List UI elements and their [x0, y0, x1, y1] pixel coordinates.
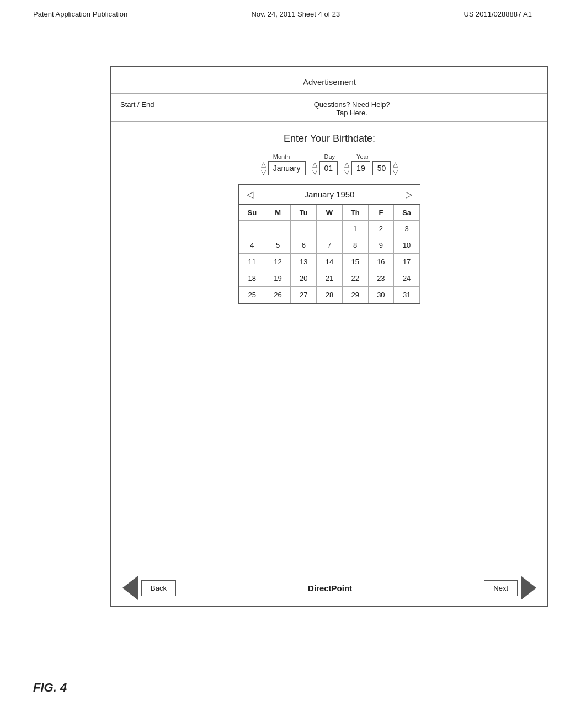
calendar-empty-cell [317, 221, 343, 237]
calendar-day-header: Th [342, 205, 368, 221]
calendar-day-cell[interactable]: 8 [342, 237, 368, 254]
calendar-week-row: 11121314151617 [239, 254, 420, 270]
calendar-day-cell[interactable]: 11 [239, 254, 265, 270]
calendar-day-cell[interactable]: 4 [239, 237, 265, 254]
advertisement-label: Advertisement [303, 77, 356, 87]
calendar-day-cell[interactable]: 28 [317, 287, 343, 303]
calendar-day-cell[interactable]: 19 [265, 270, 291, 287]
calendar-day-cell[interactable]: 24 [394, 270, 420, 287]
calendar-day-cell[interactable]: 26 [265, 287, 291, 303]
calendar-day-cell[interactable]: 13 [291, 254, 317, 270]
calendar-day-cell[interactable]: 17 [394, 254, 420, 270]
year-down-button[interactable]: ▽ [344, 169, 349, 175]
calendar-week-row: 123 [239, 221, 420, 237]
next-arrow-right [521, 576, 536, 600]
calendar-day-cell[interactable]: 21 [317, 270, 343, 287]
day-spinner-inner: △ ▽ 01 [312, 161, 338, 175]
month-spinner-inner: △ ▽ January [261, 161, 306, 175]
calendar-day-header: W [317, 205, 343, 221]
calendar-week-row: 18192021222324 [239, 270, 420, 287]
patent-frame: Advertisement Start / End Questions? Nee… [110, 66, 548, 607]
calendar-prev-button[interactable]: ◁ [247, 189, 253, 200]
year-up-button[interactable]: △ [344, 161, 349, 168]
year-arrows2: △ ▽ [393, 161, 398, 175]
back-button[interactable]: Back [122, 576, 176, 600]
calendar-day-cell[interactable]: 7 [317, 237, 343, 254]
day-arrows: △ ▽ [312, 161, 317, 175]
year-spinner-group: Year △ ▽ 19 50 △ ▽ [344, 153, 398, 175]
next-label: Next [484, 580, 518, 596]
help-text-line1: Questions? Need Help? [165, 100, 539, 109]
calendar-day-cell[interactable]: 20 [291, 270, 317, 287]
calendar-day-cell[interactable]: 29 [342, 287, 368, 303]
calendar-month-title: January 1950 [305, 190, 355, 199]
calendar-day-cell[interactable]: 5 [265, 237, 291, 254]
calendar-day-cell[interactable]: 3 [394, 221, 420, 237]
month-arrows: △ ▽ [261, 161, 266, 175]
birthdate-section: Enter Your Birthdate: Month △ ▽ January … [111, 122, 547, 309]
start-end-row: Start / End Questions? Need Help? Tap He… [111, 94, 547, 122]
calendar-header-row: SuMTuWThFSa [239, 205, 420, 221]
year-up-button2[interactable]: △ [393, 161, 398, 168]
calendar-day-cell[interactable]: 25 [239, 287, 265, 303]
calendar-day-cell[interactable]: 14 [317, 254, 343, 270]
day-down-button[interactable]: ▽ [312, 169, 317, 175]
header-left: Patent Application Publication [33, 10, 127, 18]
calendar-day-cell[interactable]: 6 [291, 237, 317, 254]
month-up-button[interactable]: △ [261, 161, 266, 168]
calendar-day-header: Su [239, 205, 265, 221]
calendar-week-row: 45678910 [239, 237, 420, 254]
calendar-header: ◁ January 1950 ▷ [239, 185, 420, 205]
page-header: Patent Application Publication Nov. 24, … [33, 10, 532, 18]
spinners-row: Month △ ▽ January Day △ ▽ 01 [261, 153, 398, 175]
year-value2: 50 [372, 161, 391, 175]
start-end-label: Start / End [120, 100, 154, 109]
calendar-day-cell[interactable]: 30 [368, 287, 394, 303]
next-button[interactable]: Next [484, 576, 536, 600]
day-spinner-group: Day △ ▽ 01 [312, 153, 338, 175]
calendar-week-row: 25262728293031 [239, 287, 420, 303]
help-text[interactable]: Questions? Need Help? Tap Here. [165, 100, 539, 117]
calendar-day-cell[interactable]: 23 [368, 270, 394, 287]
back-label: Back [141, 580, 176, 596]
month-down-button[interactable]: ▽ [261, 169, 266, 175]
header-right: US 2011/0288887 A1 [463, 10, 532, 18]
year-label: Year [356, 153, 369, 160]
header-center: Nov. 24, 2011 Sheet 4 of 23 [251, 10, 340, 18]
calendar-day-cell[interactable]: 15 [342, 254, 368, 270]
help-text-line2: Tap Here. [165, 109, 539, 117]
calendar-day-cell[interactable]: 18 [239, 270, 265, 287]
advertisement-bar: Advertisement [111, 67, 547, 94]
calendar-empty-cell [239, 221, 265, 237]
calendar-day-cell[interactable]: 9 [368, 237, 394, 254]
back-arrow-left [122, 576, 138, 600]
day-label: Day [324, 153, 335, 160]
year-value1: 19 [351, 161, 370, 175]
calendar-next-button[interactable]: ▷ [406, 189, 412, 200]
month-label: Month [273, 153, 290, 160]
calendar-day-header: Tu [291, 205, 317, 221]
calendar-day-cell[interactable]: 16 [368, 254, 394, 270]
calendar-day-header: M [265, 205, 291, 221]
directpoint-label: DirectPoint [308, 584, 352, 593]
calendar-day-cell[interactable]: 27 [291, 287, 317, 303]
calendar-empty-cell [265, 221, 291, 237]
birthdate-title: Enter Your Birthdate: [284, 133, 375, 144]
calendar-day-cell[interactable]: 1 [342, 221, 368, 237]
figure-caption: FIG. 4 [33, 681, 67, 695]
calendar-container: ◁ January 1950 ▷ SuMTuWThFSa 12345678910… [238, 184, 420, 304]
calendar-day-header: Sa [394, 205, 420, 221]
day-up-button[interactable]: △ [312, 161, 317, 168]
calendar-day-cell[interactable]: 12 [265, 254, 291, 270]
year-arrows: △ ▽ [344, 161, 349, 175]
calendar-empty-cell [291, 221, 317, 237]
calendar-day-cell[interactable]: 22 [342, 270, 368, 287]
calendar-day-cell[interactable]: 2 [368, 221, 394, 237]
day-value: 01 [319, 161, 338, 175]
bottom-nav: Back DirectPoint Next [111, 567, 547, 606]
calendar-day-cell[interactable]: 31 [394, 287, 420, 303]
year-down-button2[interactable]: ▽ [393, 169, 398, 175]
year-spinner-inner: △ ▽ 19 50 △ ▽ [344, 161, 398, 175]
month-value: January [268, 161, 306, 175]
calendar-day-cell[interactable]: 10 [394, 237, 420, 254]
